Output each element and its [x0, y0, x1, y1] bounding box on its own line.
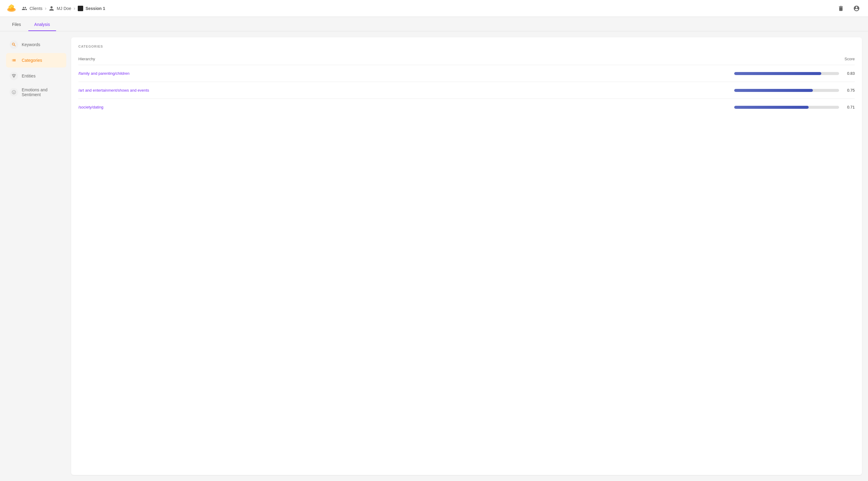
table-row: /art and entertainment/shows and events …: [79, 82, 855, 99]
hierarchy-link-3[interactable]: /society/dating: [79, 105, 734, 109]
account-circle-icon: [853, 5, 860, 12]
delete-button[interactable]: [835, 3, 846, 14]
score-bar-fill-1: [734, 72, 821, 75]
hierarchy-link-2[interactable]: /art and entertainment/shows and events: [79, 88, 734, 93]
score-bar-fill-3: [734, 106, 809, 109]
emoji-icon: [10, 88, 18, 96]
mj-doe-label: MJ Doe: [57, 6, 71, 11]
breadcrumb-mj-doe[interactable]: MJ Doe: [49, 6, 71, 11]
search-icon: [10, 40, 18, 49]
breadcrumb-clients[interactable]: Clients: [22, 6, 42, 11]
categories-icon: [10, 56, 18, 64]
score-container-1: 0.83: [734, 71, 855, 76]
header: Clients › MJ Doe › Session 1: [0, 0, 868, 17]
svg-point-5: [15, 74, 16, 75]
score-value-3: 0.71: [844, 105, 855, 109]
clients-icon: [22, 6, 27, 11]
header-left: Clients › MJ Doe › Session 1: [6, 3, 105, 14]
folder-icon: [78, 6, 83, 11]
score-bar-bg-1: [734, 72, 839, 75]
table-row: /family and parenting/children 0.83: [79, 65, 855, 82]
table-row: /society/dating 0.71: [79, 99, 855, 116]
sidebar-item-categories[interactable]: Categories: [6, 53, 66, 67]
svg-point-6: [12, 74, 13, 75]
score-bar-bg-2: [734, 89, 839, 92]
sidebar-categories-label: Categories: [22, 58, 42, 63]
tab-files[interactable]: Files: [6, 19, 27, 31]
sidebar-entities-label: Entities: [22, 73, 36, 78]
breadcrumb-sep-2: ›: [73, 6, 75, 11]
table-header: Hierarchy Score: [79, 54, 855, 65]
entities-icon: [10, 72, 18, 80]
sidebar-keywords-label: Keywords: [22, 42, 40, 47]
breadcrumb-sep-1: ›: [45, 6, 46, 11]
clients-label: Clients: [30, 6, 42, 11]
account-button[interactable]: [851, 3, 862, 14]
header-right: [835, 3, 862, 14]
score-bar-bg-3: [734, 106, 839, 109]
sidebar-item-keywords[interactable]: Keywords: [6, 37, 66, 52]
score-bar-fill-2: [734, 89, 813, 92]
tabs-bar: Files Analysis: [0, 17, 868, 31]
tab-analysis[interactable]: Analysis: [28, 19, 56, 31]
score-container-3: 0.71: [734, 105, 855, 109]
content-panel: CATEGORIES Hierarchy Score /family and p…: [71, 37, 862, 475]
col-header-score: Score: [734, 57, 855, 61]
score-value-1: 0.83: [844, 71, 855, 76]
section-title: CATEGORIES: [79, 44, 855, 48]
main-content: Keywords Categories Entities: [0, 31, 868, 481]
hierarchy-link-1[interactable]: /family and parenting/children: [79, 71, 734, 76]
score-value-2: 0.75: [844, 88, 855, 93]
logo-icon: [6, 3, 17, 14]
person-icon: [49, 6, 54, 11]
trash-icon: [838, 5, 844, 12]
breadcrumb-session[interactable]: Session 1: [78, 6, 105, 11]
col-header-hierarchy: Hierarchy: [79, 57, 734, 61]
sidebar-item-emotions[interactable]: Emotions and Sentiment: [6, 85, 66, 100]
sidebar-item-entities[interactable]: Entities: [6, 69, 66, 83]
sidebar: Keywords Categories Entities: [6, 37, 66, 475]
score-container-2: 0.75: [734, 88, 855, 93]
svg-point-4: [10, 4, 13, 7]
session-label: Session 1: [86, 6, 105, 11]
sidebar-emotions-label: Emotions and Sentiment: [22, 87, 63, 97]
